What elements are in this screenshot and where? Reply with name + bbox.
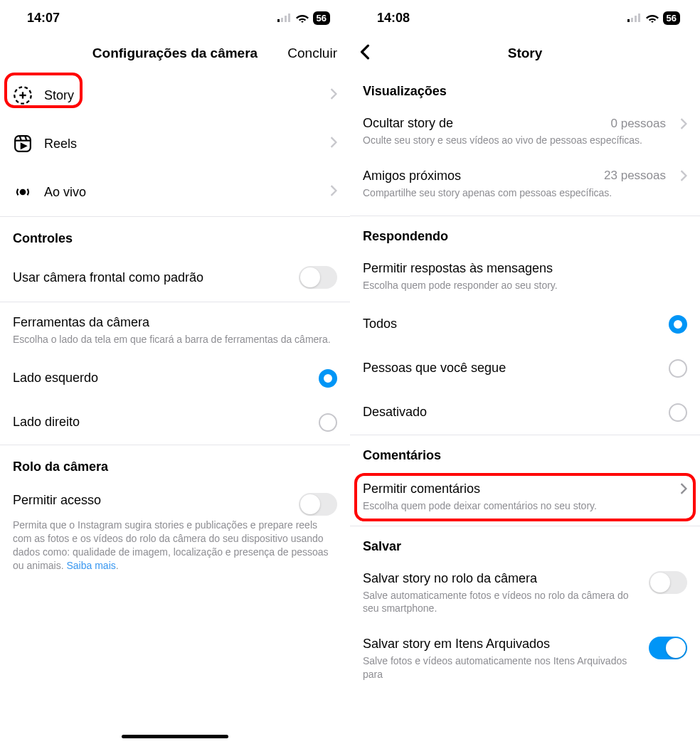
chevron-right-icon (680, 170, 687, 181)
hide-story-desc: Oculte seu story e seus vídeos ao vivo d… (363, 134, 687, 147)
nav-title: Story (508, 46, 543, 61)
close-friends-value: 23 pessoas (604, 169, 666, 183)
chevron-right-icon (680, 118, 687, 129)
done-button[interactable]: Concluir (287, 46, 337, 61)
status-time: 14:08 (377, 11, 410, 26)
radio-everyone-label: Todos (363, 317, 397, 331)
nav-header: Story (350, 36, 700, 71)
wifi-icon (646, 14, 659, 23)
radio-unselected-icon (319, 413, 337, 432)
story-icon (13, 85, 33, 105)
svg-rect-15 (635, 16, 637, 22)
toggle-front-camera-label: Usar câmera frontal como padrão (13, 270, 203, 285)
radio-everyone[interactable]: Todos (350, 302, 700, 346)
radio-unselected-icon (669, 359, 687, 378)
svg-rect-0 (277, 19, 280, 22)
chevron-right-icon (680, 483, 687, 494)
allow-comments-desc: Escolha quem pode deixar comentários no … (363, 499, 687, 513)
row-save-archive[interactable]: Salvar story em Itens Arquivados Salve f… (350, 625, 700, 691)
svg-rect-16 (638, 14, 640, 22)
close-friends-desc: Compartilhe seu story apenas com pessoas… (363, 186, 687, 200)
svg-rect-13 (627, 19, 630, 22)
left-screenshot: 14:07 56 Configurações da câmera Conclui… (0, 0, 350, 744)
svg-rect-3 (288, 14, 290, 22)
toggle-switch-on[interactable] (649, 637, 687, 659)
save-roll-desc: Salve automaticamente fotos e vídeos no … (363, 589, 639, 616)
allow-access-title: Permitir acesso (13, 493, 101, 508)
radio-following[interactable]: Pessoas que você segue (350, 346, 700, 390)
chevron-left-icon (360, 44, 370, 60)
section-save: Salvar (350, 526, 700, 567)
hide-story-value: 0 pessoas (611, 117, 667, 131)
status-bar: 14:08 56 (350, 0, 700, 36)
svg-point-12 (21, 190, 26, 195)
row-hide-story[interactable]: Ocultar story de 0 pessoas Oculte seu st… (350, 112, 700, 157)
section-views: Visualizações (350, 71, 700, 112)
allow-comments-title: Permitir comentários (363, 482, 480, 496)
cellular-icon (627, 14, 642, 22)
radio-off[interactable]: Desativado (350, 390, 700, 435)
radio-selected-icon (669, 315, 687, 334)
back-button[interactable] (360, 44, 370, 63)
row-allow-replies: Permitir respostas às mensagens Escolha … (350, 257, 700, 302)
learn-more-link[interactable]: Saiba mais (66, 560, 115, 571)
section-camera-roll: Rolo da câmera (0, 445, 350, 482)
reels-icon (13, 134, 33, 154)
status-bar: 14:07 56 (0, 0, 350, 36)
svg-rect-1 (281, 18, 283, 22)
menu-reels[interactable]: Reels (0, 119, 350, 168)
allow-replies-title: Permitir respostas às mensagens (363, 261, 687, 276)
radio-selected-icon (319, 369, 337, 388)
allow-access-desc: Permita que o Instagram sugira stories e… (13, 519, 337, 573)
radio-right-label: Lado direito (13, 415, 80, 430)
battery-badge: 56 (663, 11, 680, 25)
svg-rect-2 (285, 16, 287, 22)
chevron-right-icon (330, 137, 337, 151)
radio-right-side[interactable]: Lado direito (0, 400, 350, 445)
toggle-allow-access[interactable]: Permitir acesso (0, 482, 350, 516)
chevron-right-icon (330, 88, 337, 102)
row-close-friends[interactable]: Amigos próximos 23 pessoas Compartilhe s… (350, 157, 700, 210)
row-allow-comments[interactable]: Permitir comentários Escolha quem pode d… (350, 476, 700, 521)
close-friends-title: Amigos próximos (363, 169, 461, 184)
wifi-icon (296, 14, 309, 23)
nav-header: Configurações da câmera Concluir (0, 36, 350, 71)
row-save-roll[interactable]: Salvar story no rolo da câmera Salve aut… (350, 567, 700, 626)
home-indicator[interactable] (122, 735, 228, 738)
save-archive-desc: Salve fotos e vídeos automaticamente nos… (363, 654, 639, 681)
status-time: 14:07 (27, 11, 60, 26)
menu-reels-label: Reels (44, 137, 330, 152)
camera-tools-desc: Escolha o lado da tela em que ficará a b… (13, 333, 337, 346)
menu-story-label: Story (44, 88, 330, 103)
radio-following-label: Pessoas que você segue (363, 361, 506, 376)
radio-unselected-icon (669, 403, 687, 422)
section-controls: Controles (0, 217, 350, 253)
toggle-switch[interactable] (649, 571, 687, 594)
svg-rect-14 (631, 18, 633, 22)
toggle-switch[interactable] (299, 266, 337, 289)
menu-live-label: Ao vivo (44, 185, 330, 200)
svg-marker-11 (21, 144, 26, 149)
nav-title: Configurações da câmera (92, 46, 258, 61)
save-archive-title: Salvar story em Itens Arquivados (363, 637, 639, 652)
right-screenshot: 14:08 56 Story Visualizações Ocultar sto… (350, 0, 700, 744)
menu-story[interactable]: Story (0, 71, 350, 119)
live-icon (13, 182, 33, 202)
save-roll-title: Salvar story no rolo da câmera (363, 571, 639, 586)
chevron-right-icon (330, 185, 337, 199)
camera-tools-row: Ferramentas da câmera Escolha o lado da … (0, 302, 350, 356)
section-replying: Respondendo (350, 216, 700, 257)
hide-story-title: Ocultar story de (363, 116, 453, 131)
radio-left-side[interactable]: Lado esquerdo (0, 356, 350, 400)
cellular-icon (277, 14, 292, 22)
battery-badge: 56 (313, 11, 330, 25)
toggle-front-camera[interactable]: Usar câmera frontal como padrão (0, 253, 350, 302)
allow-replies-desc: Escolha quem pode responder ao seu story… (363, 279, 687, 292)
radio-off-label: Desativado (363, 405, 427, 420)
menu-live[interactable]: Ao vivo (0, 168, 350, 216)
camera-tools-title: Ferramentas da câmera (13, 315, 337, 330)
section-comments: Comentários (350, 435, 700, 476)
toggle-switch[interactable] (299, 493, 337, 516)
radio-left-label: Lado esquerdo (13, 371, 98, 386)
